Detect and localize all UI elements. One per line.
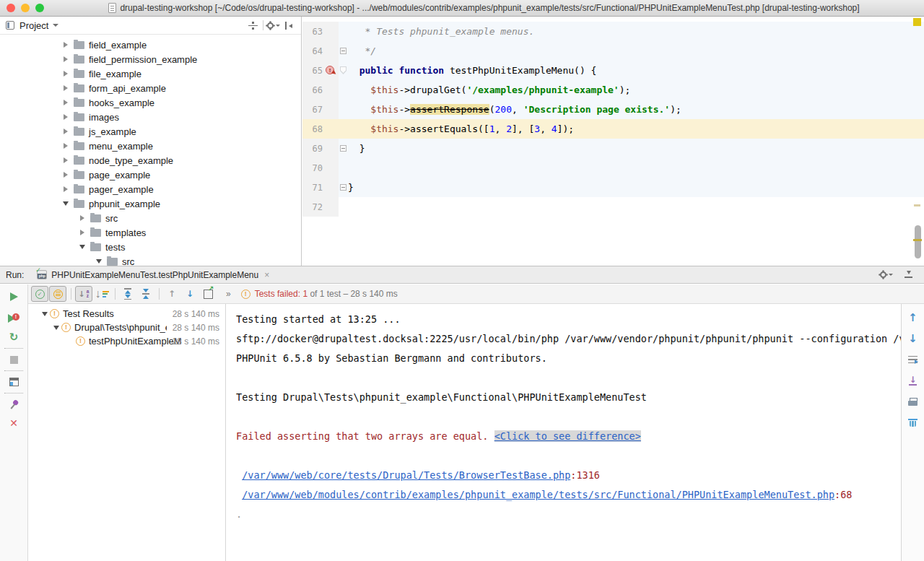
editor-line[interactable]: 67 $this->assertResponse(200, 'Descripti… (302, 100, 924, 119)
see-difference-link[interactable]: <Click to see difference> (494, 430, 641, 442)
expand-arrow-icon[interactable] (62, 142, 71, 150)
down-the-stack-trace-button[interactable]: ↓ (905, 331, 922, 347)
chevron-down-icon[interactable] (53, 24, 58, 27)
project-settings-button[interactable] (266, 19, 281, 32)
editor-scrollbar[interactable] (915, 225, 921, 258)
test-console-output[interactable]: Testing started at 13:25 ...sftp://docke… (226, 304, 901, 561)
editor-line[interactable]: 63 * Tests phpunit_example menus. (302, 22, 924, 41)
fold-marker-icon[interactable] (340, 66, 346, 74)
project-tree-item[interactable]: hooks_example (0, 95, 301, 110)
warning-stripe-mark[interactable] (914, 204, 920, 206)
expand-arrow-icon[interactable] (62, 98, 71, 107)
editor-line[interactable]: 64 */ (302, 41, 924, 61)
toolbar-overflow-icon[interactable]: » (226, 289, 231, 299)
highlight-stripe-mark[interactable] (913, 239, 922, 241)
previous-failed-test-button[interactable]: ↑ (163, 286, 180, 302)
collapse-arrow-icon[interactable] (41, 310, 50, 318)
line-number: 65 (302, 66, 323, 76)
mac-zoom-button[interactable] (35, 4, 44, 12)
test-result-item[interactable]: !Drupal\Tests\phpunit_exa28 s 140 ms (28, 321, 225, 334)
collapse-arrow-icon[interactable] (62, 199, 71, 208)
test-result-item[interactable]: !Test Results28 s 140 ms (28, 307, 225, 321)
expand-arrow-icon[interactable] (62, 113, 71, 121)
stack-trace-link[interactable]: /var/www/web/core/tests/Drupal/Tests/Bro… (242, 469, 570, 481)
project-tree-item[interactable]: js_example (0, 124, 301, 139)
close-run-panel-button[interactable]: ✕ (5, 415, 22, 431)
editor-line[interactable]: 71} (302, 178, 924, 197)
rerun-button[interactable] (5, 289, 22, 305)
project-tree-item[interactable]: file_example (0, 66, 301, 81)
hide-run-panel-button[interactable] (901, 269, 915, 282)
pin-tab-button[interactable] (5, 396, 22, 412)
editor-line[interactable]: 72 (302, 197, 924, 217)
expand-arrow-icon[interactable] (79, 228, 87, 237)
expand-arrow-icon[interactable] (62, 84, 71, 92)
stop-button[interactable] (5, 352, 22, 368)
project-tree-item[interactable]: field_permission_example (0, 52, 301, 66)
console-text: PHPUnit 6.5.8 by Sebastian Bergmann and … (236, 352, 547, 364)
mac-close-button[interactable] (6, 4, 15, 12)
fold-marker-icon[interactable] (340, 184, 346, 191)
project-tree-item[interactable]: node_type_example (0, 153, 301, 168)
run-settings-button[interactable] (879, 269, 894, 282)
up-the-stack-trace-button[interactable]: ↑ (905, 310, 922, 326)
expand-arrow-icon[interactable] (62, 127, 71, 136)
project-tree-item[interactable]: form_api_example (0, 81, 301, 95)
project-tree-item[interactable]: pager_example (0, 182, 301, 196)
mac-minimize-button[interactable] (21, 4, 30, 12)
expand-all-button[interactable] (119, 286, 136, 302)
collapse-all-button[interactable] (245, 19, 260, 32)
collapse-arrow-icon[interactable] (79, 243, 87, 251)
run-configuration-tab[interactable]: ✓ PHPUnitExampleMenuTest.testPhpUnitExam… (32, 266, 274, 284)
expand-arrow-icon[interactable] (62, 170, 71, 179)
show-passed-button[interactable]: ✓ (31, 286, 48, 302)
expand-arrow-icon[interactable] (62, 40, 71, 49)
editor-line[interactable]: 66 $this->drupalGet('/examples/phpunit-e… (302, 80, 924, 100)
collapse-all-button[interactable] (137, 286, 154, 302)
fold-marker-icon[interactable] (340, 145, 346, 152)
hide-project-panel-button[interactable] (281, 19, 295, 32)
print-button[interactable] (905, 393, 922, 409)
expand-arrow-icon[interactable] (62, 55, 71, 64)
project-tree-item[interactable]: templates (0, 225, 301, 240)
rerun-failed-tests-button[interactable]: ! (5, 310, 22, 326)
code-editor[interactable]: 63 * Tests phpunit_example menus.64 */65… (302, 17, 924, 266)
error-stripe-indicator[interactable] (913, 18, 921, 26)
collapse-arrow-icon[interactable] (95, 257, 104, 266)
project-tree-item[interactable]: src (0, 254, 301, 266)
show-ignored-button[interactable] (49, 286, 66, 302)
up-arrow-icon: ↑ (168, 290, 175, 298)
clear-all-button[interactable] (905, 414, 922, 430)
close-icon[interactable]: × (264, 270, 269, 280)
test-result-item[interactable]: !testPhpUnitExampleM28 s 140 ms (28, 334, 225, 348)
project-tree-item[interactable]: field_example (0, 38, 301, 52)
chevron-down-icon (889, 274, 893, 276)
stack-trace-link[interactable]: /var/www/web/modules/contrib/examples/ph… (242, 489, 834, 500)
expand-arrow-icon[interactable] (62, 69, 71, 78)
scroll-to-end-button[interactable]: ↓ (905, 373, 922, 388)
editor-line[interactable]: 65! public function testPhpUnitExampleMe… (302, 61, 924, 80)
project-tree-item[interactable]: page_example (0, 168, 301, 182)
soft-wrap-button[interactable] (905, 352, 922, 368)
expand-arrow-icon[interactable] (62, 185, 71, 193)
fold-marker-icon[interactable] (340, 48, 346, 54)
restore-layout-button[interactable] (5, 374, 22, 390)
sort-by-duration-button[interactable]: ↓ (93, 286, 110, 302)
sort-alphabetically-button[interactable]: ↓az (75, 286, 92, 302)
editor-line[interactable]: 69 } (302, 139, 924, 158)
expand-arrow-icon[interactable] (79, 214, 87, 222)
collapse-arrow-icon[interactable] (53, 323, 61, 332)
next-failed-test-button[interactable]: ↓ (181, 286, 199, 302)
folder-icon (74, 99, 84, 107)
project-tree-item[interactable]: src (0, 211, 301, 225)
expand-arrow-icon[interactable] (62, 156, 71, 165)
toggle-auto-test-button[interactable]: ↻ (5, 329, 22, 345)
project-tree-item[interactable]: menu_example (0, 139, 301, 153)
console-text: :1316 (570, 469, 600, 481)
import-test-results-button[interactable] (199, 286, 217, 302)
project-tree-item[interactable]: tests (0, 240, 301, 254)
editor-line[interactable]: 70 (302, 158, 924, 178)
editor-line[interactable]: 68 $this->assertEquals([1, 2], [3, 4]); (302, 119, 924, 139)
project-tree-item[interactable]: images (0, 110, 301, 124)
project-tree-item[interactable]: phpunit_example (0, 196, 301, 211)
